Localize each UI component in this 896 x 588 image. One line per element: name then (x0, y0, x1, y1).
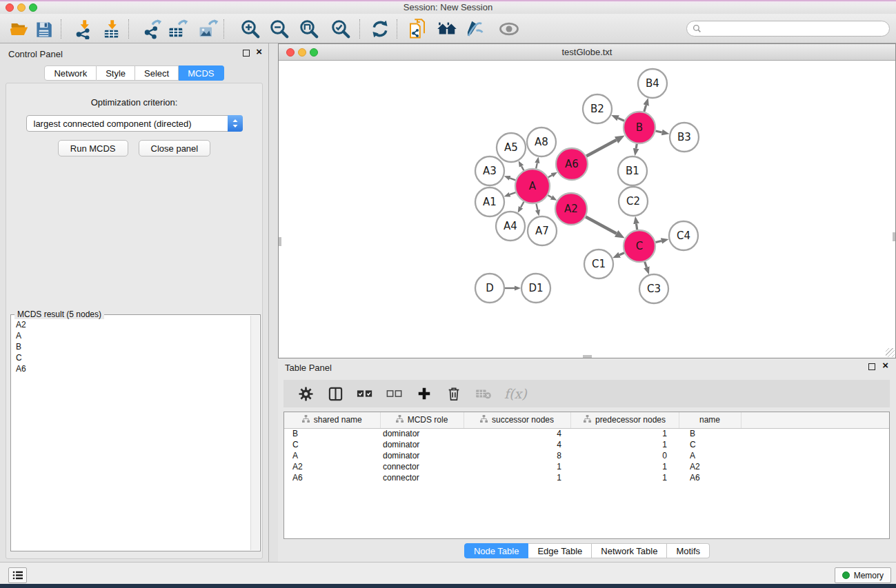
import-table-icon[interactable] (99, 17, 123, 41)
table-row[interactable]: A6connector11A6 (284, 472, 889, 483)
graph-node-A1[interactable]: A1 (475, 187, 504, 216)
table-row[interactable]: Bdominator41B (284, 428, 889, 439)
table-cell[interactable]: 1 (570, 428, 679, 439)
table-row[interactable]: Adominator80A (284, 450, 889, 461)
graph-edge-C-C4[interactable] (655, 241, 661, 243)
table-cell[interactable]: A (679, 450, 741, 461)
memory-button[interactable]: Memory (835, 567, 891, 583)
save-session-icon[interactable] (32, 17, 55, 41)
table-cell[interactable]: A6 (679, 472, 741, 483)
zoom-selected-icon[interactable] (329, 17, 352, 41)
graph-edge-A-A5[interactable] (521, 166, 524, 170)
refresh-layout-icon[interactable] (368, 17, 392, 41)
left-scroll-thumb[interactable] (279, 237, 281, 246)
graph-node-A[interactable]: A (515, 169, 550, 203)
graph-edge-A-A7[interactable] (536, 203, 537, 210)
column-header-MCDS-role[interactable]: MCDS role (380, 412, 464, 428)
table-cell[interactable]: C (284, 439, 380, 450)
table-cell[interactable]: 1 (570, 439, 679, 450)
column-header-shared-name[interactable]: shared name (284, 412, 380, 428)
table-cell[interactable]: A6 (284, 472, 380, 483)
table-close-icon[interactable]: × (882, 361, 888, 369)
table-cell[interactable]: 1 (464, 461, 570, 472)
select-all-icon[interactable] (356, 385, 374, 403)
table-cell[interactable]: C (679, 439, 741, 450)
graph-edge-B-B2[interactable] (618, 118, 624, 121)
result-item[interactable]: A2 (16, 319, 245, 330)
graph-node-C4[interactable]: C4 (669, 221, 698, 250)
deselect-all-icon[interactable] (386, 385, 404, 403)
result-item[interactable]: A6 (16, 363, 245, 374)
search-input[interactable] (705, 24, 884, 34)
close-panel-icon[interactable]: × (256, 48, 262, 55)
table-cell[interactable]: dominator (380, 439, 464, 450)
result-item[interactable]: C (16, 352, 245, 363)
table-row[interactable]: Cdominator41C (284, 439, 889, 450)
table-cell[interactable]: 1 (570, 461, 679, 472)
table-cell[interactable]: A2 (284, 461, 380, 472)
graph-node-D1[interactable]: D1 (521, 274, 550, 303)
network-zoom-button[interactable] (310, 48, 318, 57)
minimize-window-button[interactable] (17, 3, 26, 12)
tab-node-table[interactable]: Node Table (464, 543, 529, 558)
graph-node-D[interactable]: D (475, 274, 504, 303)
graph-edge-A-A8[interactable] (536, 163, 537, 168)
graph-edge-B-B4[interactable] (644, 105, 646, 112)
run-mcds-button[interactable]: Run MCDS (58, 140, 128, 156)
open-session-icon[interactable] (7, 17, 30, 41)
graph-edge-A-A4[interactable] (521, 202, 524, 207)
close-panel-button[interactable]: Close panel (139, 140, 211, 156)
add-column-icon[interactable] (415, 385, 433, 403)
graph-node-B1[interactable]: B1 (618, 156, 647, 185)
graph-edge-A-A2[interactable] (548, 195, 551, 197)
graph-node-A6[interactable]: A6 (556, 148, 588, 180)
table-float-icon[interactable] (868, 363, 875, 370)
tab-motifs[interactable]: Motifs (667, 543, 710, 558)
column-header-predecessor-nodes[interactable]: predecessor nodes (570, 412, 679, 428)
table-cell[interactable]: connector (380, 461, 464, 472)
tab-edge-table[interactable]: Edge Table (528, 543, 592, 558)
graph-node-A7[interactable]: A7 (528, 216, 557, 245)
table-cell[interactable]: B (679, 428, 741, 439)
tab-network[interactable]: Network (44, 65, 97, 81)
column-header-name[interactable]: name (679, 412, 741, 428)
table-cell[interactable]: 0 (570, 450, 679, 461)
hide-labels-icon[interactable] (463, 17, 486, 41)
tab-mcds[interactable]: MCDS (179, 65, 223, 81)
graph-edge-B-B3[interactable] (655, 131, 661, 132)
graph-node-C2[interactable]: C2 (619, 187, 648, 216)
close-window-button[interactable] (6, 3, 14, 12)
network-graph[interactable]: AA1A2A3A4A5A6A7A8BB1B2B3B4CC1C2C3C4DD1 (279, 61, 895, 358)
graph-node-C3[interactable]: C3 (639, 274, 668, 303)
graph-edge-A2-C[interactable] (586, 216, 617, 233)
table-settings-gear-icon[interactable] (297, 385, 315, 403)
table-cell[interactable]: dominator (380, 450, 464, 461)
graph-node-C1[interactable]: C1 (584, 250, 613, 278)
graph-node-B3[interactable]: B3 (670, 123, 699, 152)
graph-node-B4[interactable]: B4 (638, 69, 667, 98)
network-canvas[interactable]: AA1A2A3A4A5A6A7A8BB1B2B3B4CC1C2C3C4DD1 (279, 61, 895, 358)
optimization-dropdown[interactable]: largest connected component (directed) (26, 115, 243, 132)
resize-grip[interactable] (886, 348, 895, 357)
graph-node-A2[interactable]: A2 (555, 193, 587, 225)
graph-node-A8[interactable]: A8 (527, 128, 556, 156)
zoom-window-button[interactable] (29, 3, 37, 12)
tab-network-table[interactable]: Network Table (592, 543, 667, 558)
result-scrollbar[interactable] (250, 316, 259, 550)
graph-edge-A6-B[interactable] (586, 140, 616, 156)
graph-node-C[interactable]: C (624, 230, 655, 262)
show-columns-icon[interactable] (326, 385, 344, 403)
graph-node-A5[interactable]: A5 (497, 133, 526, 162)
right-scroll-thumb[interactable] (893, 232, 895, 241)
graph-node-A4[interactable]: A4 (496, 212, 525, 241)
graph-node-B[interactable]: B (624, 112, 655, 143)
table-cell[interactable]: 4 (464, 428, 570, 439)
graph-node-B2[interactable]: B2 (583, 94, 612, 123)
graph-edge-B-B1[interactable] (636, 144, 637, 149)
bottom-scroll-thumb[interactable] (583, 355, 592, 358)
graph-edge-A-A1[interactable] (510, 192, 516, 194)
duplicate-network-icon[interactable] (406, 17, 429, 41)
tab-select[interactable]: Select (135, 65, 179, 81)
graph-edge-C-C2[interactable] (637, 224, 637, 230)
graph-edge-C-C3[interactable] (645, 262, 647, 267)
